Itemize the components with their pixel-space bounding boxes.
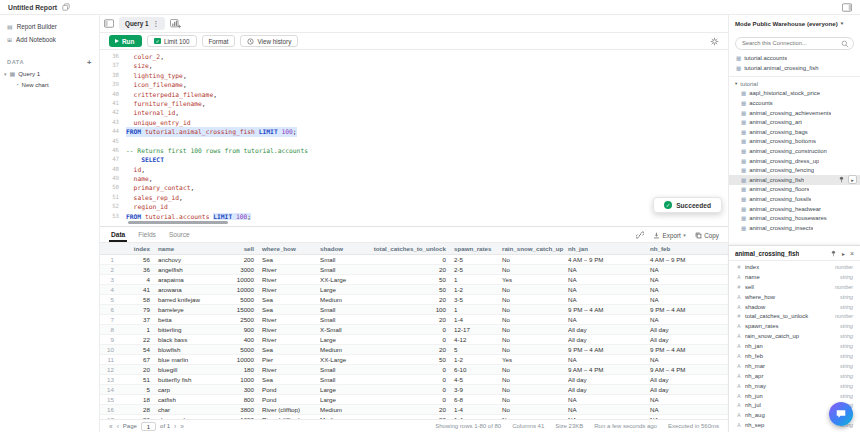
code-line[interactable]: 36 color_2, bbox=[100, 52, 728, 61]
table-row[interactable]: 1220bluegill180RiverSmall06-10No9 AM – 4… bbox=[100, 364, 728, 374]
collapse-sidebar-icon[interactable] bbox=[104, 19, 114, 28]
table-item[interactable]: ▦animal_crossing_housewares bbox=[729, 213, 860, 223]
table-item[interactable]: ▦animal_crossing_floors bbox=[729, 185, 860, 195]
link-icon[interactable] bbox=[636, 231, 644, 239]
table-item[interactable]: ▦animal_crossing_achievements bbox=[729, 108, 860, 118]
schema-column-row[interactable]: Anh_junstring bbox=[729, 391, 860, 401]
export-button[interactable]: Export ▾ bbox=[653, 232, 686, 239]
tab-data[interactable]: Data bbox=[109, 228, 127, 242]
table-item[interactable]: ▦animal_crossing_headwear bbox=[729, 204, 860, 214]
code-line[interactable]: 52 region_id bbox=[100, 202, 728, 211]
table-row[interactable]: 1518catfish800PondLarge06-8NoNANA bbox=[100, 394, 728, 404]
code-line[interactable]: 37 size, bbox=[100, 61, 728, 70]
table-row[interactable]: 558barred knifejaw5000SeaMedium203-5NoNA… bbox=[100, 294, 728, 304]
table-item[interactable]: ▦animal_crossing_bags bbox=[729, 127, 860, 137]
table-row[interactable]: 1167blue marlin10000PierXX-Large501-2Yes… bbox=[100, 354, 728, 364]
table-row[interactable]: 1628char3800River (clifftop)Medium201-4N… bbox=[100, 404, 728, 414]
report-title[interactable]: Untitled Report bbox=[8, 4, 57, 11]
table-item[interactable]: ▦animal_crossing_insects bbox=[729, 223, 860, 233]
table-item[interactable]: ▦animal_crossing_fossils bbox=[729, 194, 860, 204]
sidebar-item-add-notebook[interactable]: ⊞ Add Notebook bbox=[0, 33, 99, 46]
column-header[interactable]: nh_feb bbox=[646, 243, 728, 254]
table-row[interactable]: 1054blowfish5000SeaMedium205No9 PM – 4 A… bbox=[100, 344, 728, 354]
table-row[interactable]: 156anchovy200SeaSmall02-5No4 AM – 9 PM4 … bbox=[100, 254, 728, 264]
table-item[interactable]: ▦animal_crossing_dress_up bbox=[729, 156, 860, 166]
table-row[interactable]: 236angelfish3000RiverSmall202-5NoNANA bbox=[100, 264, 728, 274]
schema-column-row[interactable]: Anh_aprstring bbox=[729, 371, 860, 381]
code-line[interactable]: 41 furniture_filename, bbox=[100, 99, 728, 108]
table-row[interactable]: 441arowana10000RiverLarge501-2NoNANA bbox=[100, 284, 728, 294]
table-row[interactable]: 737betta2500RiverSmall201-4NoNANA bbox=[100, 314, 728, 324]
table-row[interactable]: 34arapaima10000RiverXX-Large501YesNANA bbox=[100, 274, 728, 284]
schema-section-tutorial[interactable]: ▾ tutorial bbox=[729, 79, 860, 89]
schema-column-row[interactable]: Anamestring bbox=[729, 272, 860, 282]
page-input[interactable]: 1 bbox=[141, 422, 156, 431]
schema-column-row[interactable]: Ashadowstring bbox=[729, 302, 860, 312]
last-page-icon[interactable]: » bbox=[180, 423, 184, 430]
view-history-button[interactable]: View history bbox=[240, 35, 298, 47]
prev-page-icon[interactable]: ‹ bbox=[117, 423, 119, 430]
run-button[interactable]: Run bbox=[109, 35, 142, 47]
column-header[interactable]: name bbox=[154, 243, 218, 254]
column-header[interactable]: where_how bbox=[258, 243, 316, 254]
table-row[interactable]: 1351butterfly fish1000SeaSmall04-5NoAll … bbox=[100, 374, 728, 384]
editor-hscrollbar[interactable] bbox=[128, 221, 228, 224]
format-button[interactable]: Format bbox=[202, 35, 236, 47]
table-item[interactable]: ▦animal_crossing_construction bbox=[729, 146, 860, 156]
schema-column-row[interactable]: Anh_febstring bbox=[729, 351, 860, 361]
chevron-down-icon[interactable]: ▾ bbox=[4, 71, 7, 77]
code-line[interactable]: 51 sales_rep_id, bbox=[100, 193, 728, 202]
add-chart-icon[interactable] bbox=[170, 19, 181, 29]
help-chat-button[interactable] bbox=[829, 402, 853, 426]
schema-column-row[interactable]: Aspawn_ratesstring bbox=[729, 321, 860, 331]
tab-query1[interactable]: Query 1 ⋮ bbox=[119, 17, 165, 30]
schema-column-row[interactable]: Awhere_howstring bbox=[729, 292, 860, 302]
code-line[interactable]: 46-- Returns first 100 rows from tutoria… bbox=[100, 146, 728, 155]
table-row[interactable]: 81bitterling900RiverX-Small012-17NoAll d… bbox=[100, 324, 728, 334]
open-table-icon[interactable]: ▸ bbox=[842, 250, 845, 257]
code-line[interactable]: 42 internal_id, bbox=[100, 108, 728, 117]
table-item[interactable]: ▦animal_crossing_bottoms bbox=[729, 137, 860, 147]
code-line[interactable]: 48 id, bbox=[100, 165, 728, 174]
limit-100-toggle[interactable]: ✓ Limit 100 bbox=[147, 35, 196, 47]
column-header[interactable]: spawn_rates bbox=[450, 243, 498, 254]
pin-icon[interactable] bbox=[830, 250, 837, 257]
column-header[interactable]: shadow bbox=[316, 243, 364, 254]
add-data-icon[interactable]: + bbox=[87, 58, 92, 67]
schema-column-row[interactable]: #total_catches_to_unlocknumber bbox=[729, 311, 860, 321]
kebab-menu-icon[interactable]: ⋮ bbox=[152, 20, 159, 28]
schema-column-row[interactable]: Anh_janstring bbox=[729, 341, 860, 351]
table-item[interactable]: ▦animal_crossing_fencing bbox=[729, 165, 860, 175]
copy-button[interactable]: Copy bbox=[695, 232, 719, 239]
warehouse-selector[interactable]: Mode Public Warehouse (everyone) ▼ bbox=[729, 15, 860, 30]
column-header[interactable]: index bbox=[118, 243, 154, 254]
schema-column-row[interactable]: #sellnumber bbox=[729, 282, 860, 292]
column-header[interactable]: sell bbox=[218, 243, 258, 254]
table-item[interactable]: ▦animal_crossing_fish▸ bbox=[729, 175, 860, 185]
open-table-icon[interactable]: ▸ bbox=[848, 175, 857, 184]
close-icon[interactable]: × bbox=[850, 250, 854, 257]
column-header[interactable]: total_catches_to_unlock bbox=[364, 243, 450, 254]
code-line[interactable]: 49 name, bbox=[100, 174, 728, 183]
code-line[interactable]: 39 icon_filename, bbox=[100, 80, 728, 89]
code-line[interactable]: 47 SELECT bbox=[100, 155, 728, 164]
table-row[interactable]: 679barreleye15000SeaSmall1001No9 PM – 4 … bbox=[100, 304, 728, 314]
column-header[interactable]: nh_jan bbox=[564, 243, 646, 254]
code-line[interactable]: 40 critterpedia_filename, bbox=[100, 90, 728, 99]
code-line[interactable]: 50 primary_contact, bbox=[100, 183, 728, 192]
tab-source[interactable]: Source bbox=[167, 228, 192, 242]
table-row[interactable]: 145carp300PondLarge03-9NoAll dayAll day bbox=[100, 384, 728, 394]
code-line[interactable]: 44FROM tutorial.animal_crossing_fish LIM… bbox=[100, 127, 728, 136]
toggle-right-panel-icon[interactable] bbox=[842, 3, 852, 12]
code-line[interactable]: 45 bbox=[100, 137, 728, 146]
schema-column-row[interactable]: #indexnumber bbox=[729, 262, 860, 272]
sidebar-item-new-chart[interactable]: ▪ New chart bbox=[0, 79, 99, 90]
gear-icon[interactable] bbox=[710, 37, 719, 46]
table-item[interactable]: ▦aapl_historical_stock_price bbox=[729, 89, 860, 99]
search-input[interactable] bbox=[735, 37, 854, 50]
tab-fields[interactable]: Fields bbox=[136, 228, 158, 242]
schema-column-row[interactable]: Arain_snow_catch_upstring bbox=[729, 331, 860, 341]
pin-icon[interactable] bbox=[838, 176, 845, 183]
expand-report-icon[interactable] bbox=[62, 3, 70, 11]
first-page-icon[interactable]: « bbox=[109, 423, 113, 430]
